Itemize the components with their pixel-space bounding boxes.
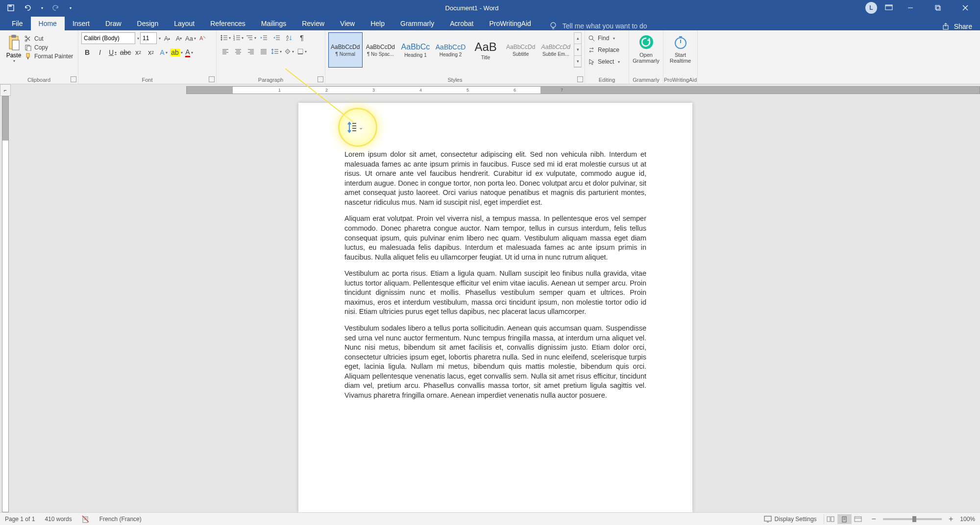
- shrink-font-button[interactable]: A▾: [173, 33, 184, 44]
- font-size-input[interactable]: [140, 32, 157, 44]
- change-case-button[interactable]: Aa▾: [185, 33, 196, 44]
- align-center-button[interactable]: [232, 46, 244, 57]
- find-button[interactable]: Find▾: [588, 32, 626, 44]
- show-hide-button[interactable]: ¶: [296, 32, 308, 43]
- redo-icon[interactable]: [52, 4, 60, 12]
- style-item[interactable]: AaBTitle: [468, 32, 503, 68]
- paragraph[interactable]: Vestibulum sodales libero a tellus porta…: [344, 324, 646, 401]
- style-item[interactable]: AaBbCcDd¶ Normal: [328, 32, 363, 68]
- align-left-button[interactable]: [220, 46, 231, 57]
- window-title: Document1 - Word: [78, 4, 865, 12]
- multilevel-list-button[interactable]: ▾: [245, 32, 257, 43]
- font-name-input[interactable]: [81, 32, 135, 44]
- grow-font-button[interactable]: A▴: [162, 33, 172, 44]
- tab-references[interactable]: References: [202, 17, 253, 30]
- tab-home[interactable]: Home: [31, 17, 65, 30]
- strikethrough-button[interactable]: abc: [120, 47, 131, 58]
- increase-indent-button[interactable]: [270, 32, 282, 43]
- tab-draw[interactable]: Draw: [98, 17, 129, 30]
- bullets-button[interactable]: ▾: [220, 32, 231, 43]
- display-settings-button[interactable]: Display Settings: [764, 516, 817, 523]
- print-layout-button[interactable]: [837, 514, 851, 524]
- decrease-indent-button[interactable]: [258, 32, 270, 43]
- tab-acrobat[interactable]: Acrobat: [442, 17, 481, 30]
- page[interactable]: Lorem ipsum dolor sit amet, consectetur …: [298, 103, 692, 512]
- clipboard-dialog-launcher[interactable]: [71, 76, 76, 82]
- spell-check-icon[interactable]: [82, 515, 90, 523]
- maximize-button[interactable]: [928, 0, 948, 16]
- cut-button[interactable]: Cut: [24, 35, 73, 42]
- style-item[interactable]: AaBbCcDd¶ No Spac...: [364, 32, 398, 68]
- copy-button[interactable]: Copy: [24, 44, 73, 51]
- tab-view[interactable]: View: [332, 17, 363, 30]
- open-grammarly-button[interactable]: Open Grammarly: [632, 32, 660, 64]
- minimize-button[interactable]: [901, 0, 920, 16]
- shading-button[interactable]: ▾: [283, 46, 295, 57]
- word-count[interactable]: 410 words: [45, 516, 72, 523]
- tab-layout[interactable]: Layout: [166, 17, 202, 30]
- borders-button[interactable]: ▾: [296, 46, 308, 57]
- styles-dialog-launcher[interactable]: [577, 76, 583, 82]
- line-spacing-button[interactable]: ▾: [270, 46, 282, 57]
- font-dialog-launcher[interactable]: [209, 76, 215, 82]
- paragraph[interactable]: Aliquam erat volutpat. Proin vel viverra…: [344, 214, 646, 262]
- svg-text:3: 3: [233, 38, 235, 41]
- styles-more[interactable]: ▾: [574, 56, 581, 67]
- ribbon-display-icon[interactable]: [885, 4, 893, 11]
- tell-me-search[interactable]: Tell me what you want to do: [549, 22, 647, 30]
- ruler-horizontal: ⌐ 1234567: [0, 84, 980, 96]
- prowritingaid-group: Start Realtime ProWritingAid: [663, 30, 698, 84]
- tab-selector[interactable]: ⌐: [0, 84, 11, 96]
- superscript-button[interactable]: x2: [145, 47, 157, 58]
- share-button[interactable]: Share: [942, 23, 972, 30]
- sort-button[interactable]: AZ: [283, 32, 295, 43]
- italic-button[interactable]: I: [94, 47, 106, 58]
- undo-icon[interactable]: [24, 4, 31, 12]
- avatar[interactable]: L: [865, 2, 877, 14]
- style-item[interactable]: AaBbCcDHeading 2: [434, 32, 468, 68]
- justify-button[interactable]: [258, 46, 270, 57]
- read-mode-button[interactable]: [824, 514, 837, 524]
- style-item[interactable]: AaBbCcDdSubtitle: [504, 32, 538, 68]
- tab-insert[interactable]: Insert: [65, 17, 98, 30]
- paste-button[interactable]: Paste ▾: [3, 32, 24, 67]
- numbering-button[interactable]: 123▾: [232, 32, 244, 43]
- subscript-button[interactable]: x2: [132, 47, 144, 58]
- tab-file[interactable]: File: [4, 17, 31, 30]
- language[interactable]: French (France): [99, 516, 142, 523]
- font-group: ▾ ▾ A▴ A▾ Aa▾ A B I U▾ abc x2 x2 A▾ ab▾ …: [78, 30, 217, 84]
- tab-review[interactable]: Review: [294, 17, 332, 30]
- font-color-button[interactable]: A▾: [183, 47, 195, 58]
- format-painter-button[interactable]: Format Painter: [24, 53, 73, 60]
- save-icon[interactable]: [7, 4, 15, 12]
- zoom-level[interactable]: 100%: [960, 516, 975, 523]
- align-right-button[interactable]: [245, 46, 257, 57]
- web-layout-button[interactable]: [851, 514, 865, 524]
- tab-mailings[interactable]: Mailings: [253, 17, 294, 30]
- style-item[interactable]: AaBbCcHeading 1: [398, 32, 433, 68]
- tab-grammarly[interactable]: Grammarly: [392, 17, 442, 30]
- tab-design[interactable]: Design: [129, 17, 167, 30]
- tab-help[interactable]: Help: [363, 17, 392, 30]
- zoom-slider[interactable]: [883, 518, 942, 520]
- paragraph[interactable]: Vestibulum ac porta risus. Etiam a ligul…: [344, 269, 646, 317]
- select-button[interactable]: Select▾: [588, 56, 626, 68]
- zoom-in-button[interactable]: +: [949, 515, 953, 524]
- underline-button[interactable]: U▾: [107, 47, 119, 58]
- clear-formatting-button[interactable]: A: [197, 33, 208, 44]
- bold-button[interactable]: B: [81, 47, 93, 58]
- close-button[interactable]: [956, 0, 975, 16]
- style-item[interactable]: AaBbCcDdSubtle Em...: [539, 32, 573, 68]
- search-icon: [588, 35, 595, 42]
- highlight-button[interactable]: ab▾: [171, 47, 182, 58]
- tab-prowritingaid[interactable]: ProWritingAid: [481, 17, 539, 30]
- start-realtime-button[interactable]: Start Realtime: [666, 32, 694, 64]
- replace-button[interactable]: Replace: [588, 44, 626, 56]
- paragraph[interactable]: Lorem ipsum dolor sit amet, consectetur …: [344, 150, 646, 207]
- styles-scroll-up[interactable]: ▴: [574, 33, 581, 44]
- zoom-out-button[interactable]: −: [872, 515, 876, 524]
- page-count[interactable]: Page 1 of 1: [5, 516, 35, 523]
- styles-scroll-down[interactable]: ▾: [574, 44, 581, 55]
- paragraph-dialog-launcher[interactable]: [318, 76, 323, 82]
- text-effects-button[interactable]: A▾: [158, 47, 170, 58]
